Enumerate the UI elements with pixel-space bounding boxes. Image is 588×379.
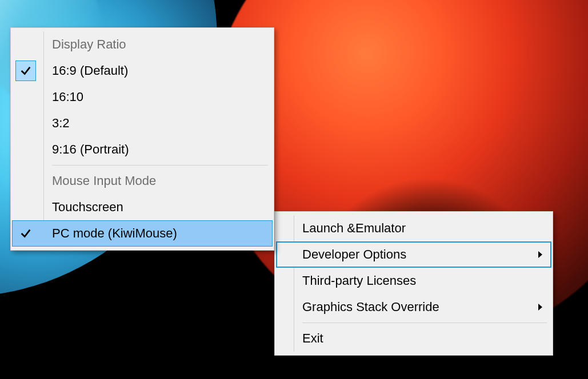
context-menu-developer-options: Display Ratio 16:9 (Default) 16:10 3:2 9… [10, 27, 274, 251]
menu-item-developer-options[interactable]: Developer Options [276, 241, 551, 268]
menu-item-label: Graphics Stack Override [302, 300, 439, 314]
menu-item-third-party-licenses[interactable]: Third-party Licenses [276, 268, 551, 294]
submenu-arrow-icon [538, 251, 543, 259]
menu-header-label: Mouse Input Mode [52, 174, 156, 188]
menu-item-label: 16:9 (Default) [52, 63, 128, 78]
menu-item-label: Launch &Emulator [302, 221, 406, 235]
checkmark-icon [12, 58, 39, 84]
menu-item-label: Third-party Licenses [302, 273, 416, 288]
menu-item-ratio-9-16-portrait[interactable]: 9:16 (Portrait) [12, 136, 273, 163]
menu-item-exit[interactable]: Exit [276, 325, 551, 352]
menu-item-ratio-16-10[interactable]: 16:10 [12, 84, 273, 110]
menu-item-label: Touchscreen [52, 200, 123, 214]
menu-item-label: Exit [302, 331, 323, 345]
menu-section-header-display-ratio: Display Ratio [12, 31, 273, 58]
menu-item-label: 16:10 [52, 90, 83, 104]
menu-item-ratio-16-9[interactable]: 16:9 (Default) [12, 58, 273, 84]
context-menu-main: Launch &Emulator Developer Options Third… [274, 211, 553, 356]
menu-separator [302, 322, 547, 323]
menu-item-ratio-3-2[interactable]: 3:2 [12, 110, 273, 136]
menu-separator [52, 165, 268, 166]
menu-item-launch-emulator[interactable]: Launch &Emulator [276, 215, 551, 241]
menu-header-label: Display Ratio [52, 37, 126, 51]
submenu-arrow-icon [538, 303, 543, 311]
menu-section-header-mouse-input: Mouse Input Mode [12, 168, 273, 194]
checkmark-icon [12, 220, 39, 247]
menu-item-label: 3:2 [52, 116, 70, 130]
menu-item-label: 9:16 (Portrait) [52, 142, 129, 156]
menu-item-mouse-pc-mode[interactable]: PC mode (KiwiMouse) [12, 220, 273, 247]
menu-item-graphics-stack-override[interactable]: Graphics Stack Override [276, 294, 551, 320]
menu-item-label: PC mode (KiwiMouse) [52, 226, 177, 240]
menu-item-mouse-touchscreen[interactable]: Touchscreen [12, 194, 273, 220]
menu-item-label: Developer Options [302, 247, 406, 261]
